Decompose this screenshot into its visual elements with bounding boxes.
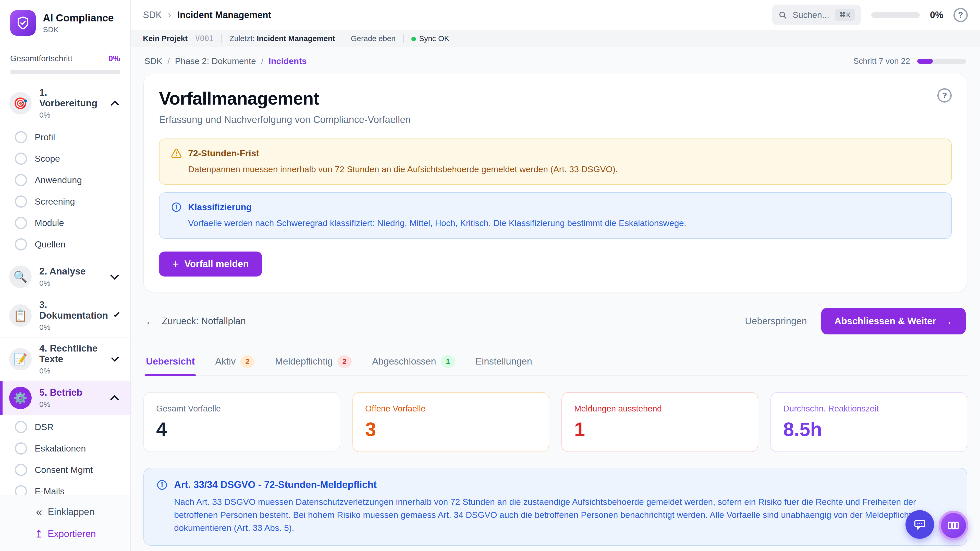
app-identity: AI Compliance SDK <box>43 12 114 34</box>
tab-bar: Uebersicht Aktiv2 Meldepflichtig2 Abgesc… <box>143 351 967 376</box>
app-subtitle: SDK <box>43 25 114 34</box>
section-label: 4. Rechtliche Texte <box>39 343 105 365</box>
warning-callout: 72-Stunden-Frist Datenpannen muessen inn… <box>159 138 952 185</box>
sidebar-item-label: Quellen <box>35 239 65 249</box>
stat-card-open: Offene Vorfaelle 3 <box>352 392 549 452</box>
sidebar-item-consent-mgmt[interactable]: Consent Mgmt <box>0 459 130 481</box>
columns-icon <box>947 519 960 532</box>
tab-count-badge: 1 <box>441 355 455 368</box>
sidebar-item-screening[interactable]: Screening <box>0 191 130 212</box>
sidebar-section-betrieb[interactable]: ⚙️ 5. Betrieb 0% <box>0 381 130 415</box>
tab-meldepflichtig[interactable]: Meldepflichtig2 <box>274 351 353 375</box>
sidebar-section-rechtliche-texte[interactable]: 📝 4. Rechtliche Texte 0% <box>0 337 130 381</box>
topbar-progress-bar <box>871 12 920 18</box>
breadcrumb-sdk[interactable]: SDK <box>145 56 162 66</box>
last-step: Zuletzt: Incident Management <box>229 34 335 43</box>
sidebar-item-label: Module <box>35 218 64 228</box>
info-circle-icon <box>156 479 168 491</box>
sidebar-item-label: Screening <box>35 197 75 206</box>
sidebar-item-label: E-Mails <box>35 486 65 495</box>
divider <box>343 34 343 43</box>
sidebar-item-label: Profil <box>35 132 55 142</box>
gdpr-info-title: Art. 33/34 DSGVO - 72-Stunden-Meldepflic… <box>174 479 377 490</box>
gdpr-info-body: Nach Art. 33 DSGVO muessen Datenschutzve… <box>156 495 955 534</box>
collapse-label: Einklappen <box>48 507 94 517</box>
help-icon[interactable]: ? <box>937 88 952 103</box>
tab-abgeschlossen[interactable]: Abgeschlossen1 <box>371 351 456 375</box>
topbar: SDK › Incident Management Suchen... ⌘K 0… <box>130 0 980 30</box>
status-bar: Kein Projekt V001 Zuletzt: Incident Mana… <box>130 30 980 47</box>
keyboard-shortcut-badge: ⌘K <box>835 9 855 21</box>
report-incident-button[interactable]: + Vorfall melden <box>159 251 262 276</box>
overall-progress-value: 0% <box>108 54 120 63</box>
complete-continue-button[interactable]: Abschliessen & Weiter → <box>821 308 966 334</box>
search-input[interactable]: Suchen... ⌘K <box>772 5 861 25</box>
help-icon[interactable]: ? <box>953 8 968 22</box>
clipboard-icon: 📋 <box>9 304 32 327</box>
tab-aktiv[interactable]: Aktiv2 <box>214 351 256 375</box>
tab-count-badge: 2 <box>240 355 255 368</box>
collapse-sidebar-button[interactable]: « Einklappen <box>36 506 95 518</box>
plus-icon: + <box>172 259 179 268</box>
radio-icon <box>15 217 27 229</box>
sidebar-section-vorbereitung[interactable]: 🎯 1. Vorbereitung 0% <box>0 82 130 125</box>
chat-fab-button[interactable] <box>905 510 934 539</box>
sidebar-item-dsr[interactable]: DSR <box>0 416 130 438</box>
section-percent: 0% <box>39 367 105 375</box>
sidebar-item-eskalationen[interactable]: Eskalationen <box>0 438 130 459</box>
info-circle-icon <box>171 202 182 213</box>
last-saved-time: Gerade eben <box>351 34 396 43</box>
stat-card-avg-response: Durchschn. Reaktionszeit 8.5h <box>770 392 967 452</box>
radio-icon <box>15 195 27 208</box>
export-button[interactable]: ↥ Exportieren <box>35 528 96 540</box>
radio-icon <box>15 238 27 251</box>
tab-count-badge: 2 <box>337 355 352 368</box>
sidebar-item-label: Eskalationen <box>35 443 86 454</box>
radio-icon <box>15 442 27 454</box>
arrow-right-icon: → <box>942 315 953 327</box>
gdpr-info-box: Art. 33/34 DSGVO - 72-Stunden-Meldepflic… <box>143 468 967 546</box>
section-label: 2. Analyse <box>39 266 86 277</box>
sidebar: AI Compliance SDK Gesamtfortschritt 0% 🎯… <box>0 0 130 551</box>
sidebar-section-analyse[interactable]: 🔍 2. Analyse 0% <box>0 260 130 294</box>
sidebar-section-dokumentation[interactable]: 📋 3. Dokumentation 0% <box>0 294 130 337</box>
main-column: SDK › Incident Management Suchen... ⌘K 0… <box>130 0 980 551</box>
sidebar-nav: 🎯 1. Vorbereitung 0% Profil Scope Anwend… <box>0 82 130 495</box>
chevron-down-icon <box>111 354 119 362</box>
breadcrumb-separator: › <box>168 10 171 21</box>
sync-ok-dot-icon <box>411 37 416 41</box>
vorbereitung-items: Profil Scope Anwendung Screening Module … <box>0 125 130 260</box>
sidebar-header: AI Compliance SDK <box>0 0 130 45</box>
sidebar-item-anwendung[interactable]: Anwendung <box>0 169 130 191</box>
topbar-breadcrumb: SDK › Incident Management <box>143 10 271 21</box>
skip-button[interactable]: Ueberspringen <box>745 316 807 327</box>
section-percent: 0% <box>39 323 108 332</box>
info-title: Klassifizierung <box>188 202 251 212</box>
chat-bubble-icon <box>913 518 927 531</box>
app-title: AI Compliance <box>43 12 114 24</box>
sidebar-item-profil[interactable]: Profil <box>0 127 130 148</box>
upload-icon: ↥ <box>35 528 43 540</box>
tab-uebersicht[interactable]: Uebersicht <box>145 351 196 375</box>
breadcrumb-root[interactable]: SDK <box>143 10 162 21</box>
section-label: 3. Dokumentation <box>39 300 108 321</box>
stat-card-total: Gesamt Vorfaelle 4 <box>143 392 340 452</box>
app-logo-shield-icon <box>10 10 36 36</box>
step-progress: Schritt 7 von 22 <box>853 56 966 66</box>
sidebar-item-label: Anwendung <box>35 175 82 185</box>
back-link[interactable]: ← Zurueck: Notfallplan <box>145 315 246 327</box>
version-badge: V001 <box>195 34 213 43</box>
project-name: Kein Projekt <box>143 34 188 43</box>
panel-toggle-fab-button[interactable] <box>939 511 968 540</box>
magnifier-icon: 🔍 <box>9 265 32 288</box>
tab-einstellungen[interactable]: Einstellungen <box>474 351 533 375</box>
sidebar-item-quellen[interactable]: Quellen <box>0 233 130 255</box>
warning-triangle-icon <box>171 148 182 159</box>
breadcrumb-phase[interactable]: Phase 2: Dokumente <box>175 56 256 66</box>
sidebar-item-emails[interactable]: E-Mails <box>0 481 130 495</box>
section-percent: 0% <box>39 111 104 119</box>
sidebar-item-label: Scope <box>35 154 60 164</box>
sidebar-item-module[interactable]: Module <box>0 212 130 233</box>
sidebar-item-scope[interactable]: Scope <box>0 148 130 169</box>
page-subtitle: Erfassung und Nachverfolgung von Complia… <box>159 114 410 125</box>
